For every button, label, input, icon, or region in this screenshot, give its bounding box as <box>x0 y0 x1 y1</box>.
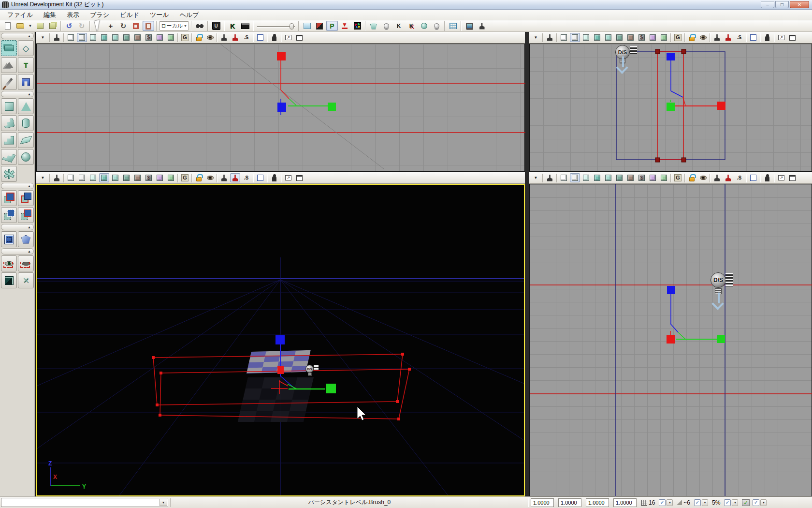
static-mesh-mode-button[interactable] <box>18 74 34 90</box>
search-actors-button[interactable] <box>194 21 205 31</box>
view-wireframe-button[interactable] <box>559 33 569 42</box>
toggle-lights-button[interactable] <box>380 21 392 31</box>
level-selector-input[interactable] <box>1 499 159 506</box>
chevron-down-icon[interactable]: ▼ <box>184 24 187 28</box>
resize-viewport-button[interactable] <box>787 33 798 42</box>
game-view-toggle[interactable]: G <box>180 33 190 42</box>
minimize-button[interactable]: – <box>761 1 774 8</box>
widget-y-handle[interactable] <box>326 384 336 393</box>
kismet-button[interactable]: K <box>227 21 238 31</box>
volumetric-brush-button[interactable] <box>1 166 17 182</box>
emitter-browser-button[interactable] <box>351 21 363 31</box>
view-wireframe-button[interactable] <box>66 33 76 42</box>
viewport-lock-toggle[interactable] <box>687 33 697 42</box>
translate-tool-button[interactable]: + <box>105 21 116 31</box>
view-brush-wireframe-button[interactable] <box>570 173 580 182</box>
realtime-toggle[interactable] <box>52 173 62 182</box>
geometry-mode-button[interactable]: ◇ <box>18 40 34 56</box>
curved-stairs-brush-button[interactable] <box>1 115 17 131</box>
widget-x-handle[interactable] <box>277 52 286 60</box>
view-lightmap-density-button[interactable] <box>648 33 658 42</box>
view-light-complexity-button[interactable] <box>625 33 636 42</box>
maximize-viewport-button[interactable] <box>255 33 265 42</box>
widget-origin-handle[interactable] <box>667 103 675 111</box>
view-texture-density-button[interactable] <box>166 173 176 182</box>
view-lightmap-density-button[interactable] <box>648 173 658 182</box>
csg-intersect-button[interactable] <box>1 207 17 223</box>
view-detail-lighting-button[interactable] <box>603 173 613 182</box>
light-actor-sprite[interactable]: D/S <box>305 365 320 377</box>
new-file-button[interactable] <box>2 21 14 31</box>
builder-brush-wireframe[interactable] <box>152 353 411 420</box>
view-wireframe-button[interactable] <box>66 173 76 182</box>
viewport-perspective[interactable]: Z X Y D/S <box>36 184 525 496</box>
realtime-toggle[interactable] <box>52 33 62 42</box>
unlit-movement-toggle[interactable] <box>219 173 229 182</box>
unlit-movement-toggle[interactable] <box>712 173 722 182</box>
widget-y-handle[interactable] <box>328 103 336 111</box>
drag-grid-field-4[interactable] <box>613 498 637 507</box>
mesh-paint-mode-button[interactable] <box>1 74 17 90</box>
play-in-viewport-button[interactable]: P <box>326 21 338 31</box>
linear-stairs-brush-button[interactable] <box>1 132 17 148</box>
viewport-lock-toggle[interactable] <box>194 33 204 42</box>
level-streaming-volume-preview-toggle[interactable] <box>723 33 733 42</box>
special-section-header[interactable]: ▲ <box>1 224 34 230</box>
viewport-lock-toggle[interactable] <box>687 173 697 182</box>
spiral-stairs-brush-button[interactable] <box>1 149 17 165</box>
squint-mode-toggle[interactable]: .S <box>734 173 744 182</box>
widget-x-handle[interactable] <box>277 366 284 374</box>
light-actor-sprite[interactable]: D/S <box>710 272 734 299</box>
view-shader-complexity-button[interactable]: $ <box>144 173 154 182</box>
view-brush-wireframe-button[interactable] <box>77 173 87 182</box>
maximize-button[interactable]: □ <box>775 1 789 8</box>
widget-z-handle[interactable] <box>667 286 675 294</box>
brush-vertex-handle[interactable] <box>655 158 660 162</box>
view-lightmap-density-button[interactable] <box>155 33 165 42</box>
player-start-here-button[interactable] <box>269 173 279 182</box>
view-shader-complexity-button[interactable]: $ <box>637 33 647 42</box>
grid-snap-checkbox[interactable]: ✓ <box>659 499 666 506</box>
title-bar[interactable]: Unreal Development Kit (32 ビット) – □ ✕ <box>0 0 812 10</box>
view-brush-wireframe-button[interactable] <box>570 33 580 42</box>
socket-manager-button[interactable] <box>368 21 379 31</box>
camera-speed-slider[interactable] <box>256 21 296 30</box>
scale-nonuniform-tool-button[interactable] <box>143 21 154 31</box>
float-viewport-button[interactable]: ↗ <box>283 33 293 42</box>
play-level-button[interactable] <box>476 21 488 31</box>
coordinate-system-select[interactable]: ローカル▼ <box>159 21 189 30</box>
sheet-brush-button[interactable] <box>18 132 34 148</box>
brush-vertex-handle[interactable] <box>655 49 660 54</box>
brush-primitives-header[interactable]: ▲ <box>1 91 34 97</box>
game-view-toggle[interactable]: G <box>673 33 683 42</box>
select-tool-button[interactable] <box>92 21 104 31</box>
player-start-here-button[interactable] <box>269 33 279 42</box>
hide-selected-button[interactable] <box>18 255 34 271</box>
view-lit-button[interactable] <box>592 173 602 182</box>
grid-snap-dropdown[interactable]: ▼ <box>667 499 673 506</box>
realtime-toggle[interactable] <box>545 33 555 42</box>
rotate-tool-button[interactable]: ↻ <box>117 21 129 31</box>
visibility-section-header[interactable]: ▲ <box>1 248 34 254</box>
udk-frontend-button[interactable]: U <box>210 21 222 31</box>
view-detail-lighting-button[interactable] <box>603 33 613 42</box>
view-shader-complexity-button[interactable]: $ <box>144 33 154 42</box>
view-light-complexity-button[interactable] <box>132 33 143 42</box>
viewport-options-dropdown[interactable]: ▼ <box>531 173 541 182</box>
add-special-brush-button[interactable] <box>1 231 17 247</box>
float-viewport-button[interactable]: ↗ <box>776 33 786 42</box>
csg-add-button[interactable] <box>1 190 17 206</box>
invert-selection-button[interactable] <box>1 272 17 288</box>
level-selector-combo[interactable]: ▼ <box>1 498 168 507</box>
drag-grid-field-2[interactable] <box>558 498 581 507</box>
view-lighting-only-button[interactable] <box>614 173 624 182</box>
view-unlit-button[interactable] <box>88 173 98 182</box>
scale-tool-button[interactable] <box>130 21 142 31</box>
resize-viewport-button[interactable] <box>294 173 304 182</box>
camera-speed-slider-thumb[interactable] <box>290 23 294 30</box>
kismet-curve1-button[interactable]: K <box>393 21 405 31</box>
viewport-side-ortho[interactable]: D/S <box>529 184 812 496</box>
autosave-checkbox[interactable]: ✓ <box>753 499 759 506</box>
menu-help[interactable]: ヘルプ <box>175 11 204 19</box>
kismet-curve2-button[interactable]: K <box>406 21 417 31</box>
